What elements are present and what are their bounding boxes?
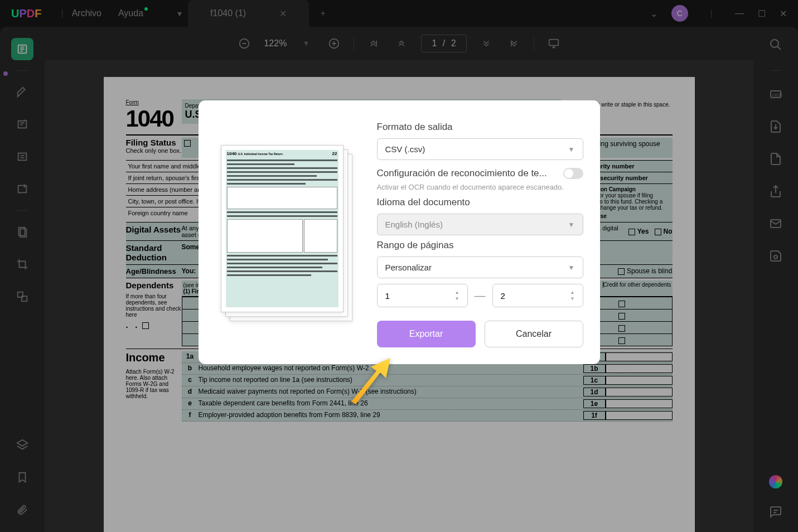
preview-pane: 1040 U.S. Individual Income Tax Return 2…	[215, 117, 360, 347]
chevron-down-icon: ▼	[568, 221, 575, 229]
chevron-down-icon: ▼	[568, 264, 575, 272]
range-label: Rango de páginas	[377, 240, 583, 251]
language-label: Idioma del documento	[377, 197, 583, 208]
language-select[interactable]: English (Inglés) ▼	[377, 214, 583, 235]
ocr-hint: Activar el OCR cuando el documento apare…	[377, 182, 583, 192]
range-from-input[interactable]: 1 ▲▼	[377, 284, 468, 307]
export-button[interactable]: Exportar	[377, 321, 476, 347]
format-label: Formato de salida	[377, 122, 583, 133]
modal-overlay: 1040 U.S. Individual Income Tax Return 2…	[0, 0, 798, 532]
ocr-toggle[interactable]	[563, 168, 583, 179]
range-select[interactable]: Personalizar ▼	[377, 257, 583, 278]
ocr-label: Configuración de reconocimiento de te...	[377, 168, 563, 179]
format-select[interactable]: CSV (.csv) ▼	[377, 138, 583, 160]
cancel-button[interactable]: Cancelar	[485, 321, 583, 347]
spinner-icon[interactable]: ▲▼	[455, 290, 460, 301]
range-to-input[interactable]: 2 ▲▼	[492, 284, 583, 307]
form-pane: Formato de salida CSV (.csv) ▼ Configura…	[377, 117, 583, 347]
range-dash: —	[475, 289, 486, 302]
chevron-down-icon: ▼	[568, 146, 575, 153]
export-dialog: 1040 U.S. Individual Income Tax Return 2…	[199, 100, 600, 364]
spinner-icon[interactable]: ▲▼	[570, 290, 575, 301]
preview-thumbnail: 1040 U.S. Individual Income Tax Return 2…	[226, 150, 338, 307]
